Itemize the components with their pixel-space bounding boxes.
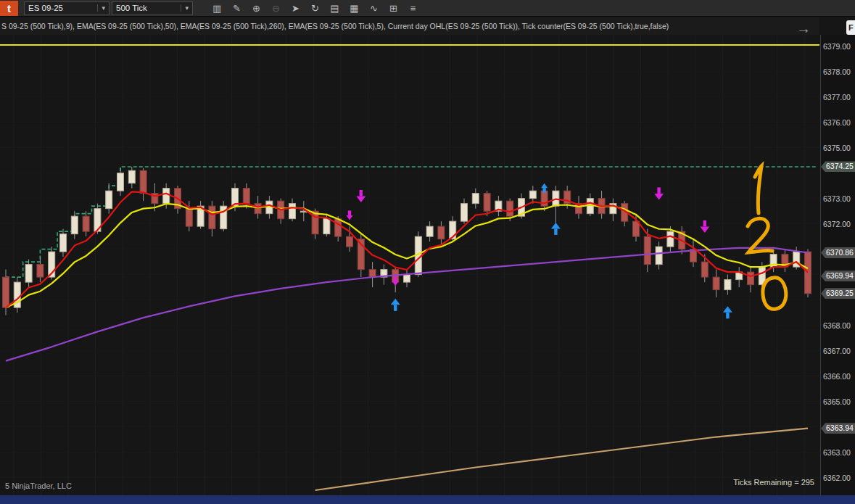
down-signal-arrow-stem (360, 190, 363, 197)
draw-tool-icon[interactable]: ✎ (231, 3, 242, 14)
candle-body (484, 194, 490, 211)
down-signal-arrow (356, 196, 365, 202)
candle-body (186, 209, 192, 226)
candle-body (426, 226, 433, 236)
candle-body (37, 265, 44, 277)
down-signal-arrow-stem (703, 220, 706, 227)
candlestick-chart-icon[interactable]: ▥ (212, 3, 223, 14)
candle-body (748, 272, 754, 284)
indicators-icon[interactable]: ∿ (368, 3, 379, 14)
price-axis[interactable]: 6379.006378.006377.006376.006375.006373.… (820, 35, 855, 495)
candle-body (243, 189, 249, 204)
copyright-label: 5 NinjaTrader, LLC (5, 482, 72, 490)
time-axis-bar[interactable] (0, 495, 855, 504)
properties-icon[interactable]: ≡ (408, 3, 418, 14)
candle-body (106, 191, 112, 208)
ema-line-path (6, 204, 808, 307)
chart-grid (0, 35, 819, 495)
price-tick-label: 6378.00 (823, 67, 851, 76)
price-tick-label: 6365.00 (823, 397, 851, 406)
price-tick-label: 6376.00 (823, 118, 851, 127)
candle-body (347, 236, 353, 247)
chart-trader-icon[interactable]: ▤ (329, 3, 340, 14)
price-marker: 6369.94 (821, 270, 855, 281)
tick-counter-label: Ticks Remaining = 295 (733, 478, 814, 487)
indicator-label-bar: S 09-25 (500 Tick),9), EMA(ES 09-25 (500… (0, 17, 819, 35)
candle-body (71, 216, 78, 234)
price-marker: 6370.86 (821, 247, 855, 258)
signal-arrows (347, 183, 732, 319)
up-signal-arrow-stem (394, 305, 397, 311)
up-signal-arrow (541, 183, 548, 189)
ema-line (6, 204, 808, 307)
price-marker: 6374.25 (821, 161, 855, 172)
strategies-icon[interactable]: ⊞ (388, 3, 399, 14)
price-marker: 6369.25 (821, 288, 855, 299)
price-tick-label: 6372.00 (823, 220, 851, 228)
up-signal-arrow-stem (542, 188, 545, 193)
price-tick-label: 6379.00 (823, 42, 851, 51)
candle-body (289, 204, 296, 219)
candle-body (529, 191, 536, 198)
up-signal-arrow-stem (726, 313, 729, 319)
candle-body (667, 231, 674, 247)
zoom-in-icon[interactable]: ⊕ (251, 3, 262, 14)
ema-line-path (6, 191, 808, 307)
zoom-out-icon[interactable]: ⊖ (270, 3, 281, 14)
instrument-value: ES 09-25 (28, 4, 63, 12)
orange-drawing-stroke[interactable] (763, 278, 786, 309)
candle-body (656, 247, 662, 264)
chevron-down-icon: ▾ (97, 4, 105, 12)
candle-body (3, 277, 9, 307)
candle-body (369, 270, 376, 277)
candle-body (255, 204, 261, 214)
candle-body (163, 189, 170, 204)
price-tick-label: 6373.00 (823, 194, 851, 203)
candle-body (117, 173, 124, 191)
panel-nav-arrow-icon[interactable]: → (796, 20, 811, 37)
candle-body (701, 262, 708, 277)
down-signal-arrow-stem (394, 276, 397, 281)
candle-body (25, 265, 32, 282)
down-signal-arrow (347, 215, 353, 220)
candle-body (461, 204, 468, 221)
orange-drawing-stroke[interactable] (755, 166, 761, 213)
pointer-tool-icon[interactable]: ➤ (290, 3, 301, 14)
chevron-down-icon: ▾ (181, 4, 189, 12)
candle-body (724, 280, 731, 290)
candle-body (128, 170, 135, 183)
down-signal-arrow (392, 281, 399, 286)
bar-type-icon[interactable]: ▦ (349, 3, 360, 14)
right-edge-tab[interactable]: F (846, 20, 855, 35)
down-signal-arrow-stem (348, 210, 351, 215)
ema-line (6, 191, 808, 307)
price-tick-label: 6366.00 (823, 372, 851, 381)
app-logo[interactable]: t (0, 1, 18, 16)
candle-body (83, 216, 89, 231)
candle-body (713, 277, 719, 289)
chart-toolbar: t ES 09-25 ▾ 500 Tick ▾ ▥✎⊕⊖➤↻▤▦∿⊞≡ (0, 0, 855, 17)
ma-line-path (6, 248, 808, 361)
price-tick-label: 6377.00 (823, 93, 851, 102)
candle-body (209, 206, 215, 228)
price-tick-label: 6362.00 (823, 474, 851, 482)
price-tick-label: 6368.00 (823, 321, 851, 330)
down-signal-arrow (700, 226, 709, 233)
reload-data-icon[interactable]: ↻ (310, 3, 321, 14)
candle-body (805, 252, 811, 294)
price-tick-label: 6375.00 (823, 144, 851, 152)
price-tick-label: 6363.00 (823, 448, 851, 457)
price-chart[interactable] (0, 35, 819, 495)
interval-dropdown[interactable]: 500 Tick ▾ (112, 1, 193, 15)
price-marker: 6363.94 (821, 423, 855, 434)
candle-body (140, 170, 146, 193)
candle-body (404, 275, 410, 282)
price-tick-label: 6367.00 (823, 347, 851, 355)
up-signal-arrow-stem (554, 228, 557, 235)
instrument-dropdown[interactable]: ES 09-25 ▾ (24, 1, 110, 15)
hand-drawn-orange-marks[interactable] (748, 166, 786, 309)
candle-body (507, 201, 513, 216)
ma-line (6, 248, 808, 361)
down-signal-arrow-stem (657, 187, 660, 194)
candle-body (644, 236, 650, 264)
